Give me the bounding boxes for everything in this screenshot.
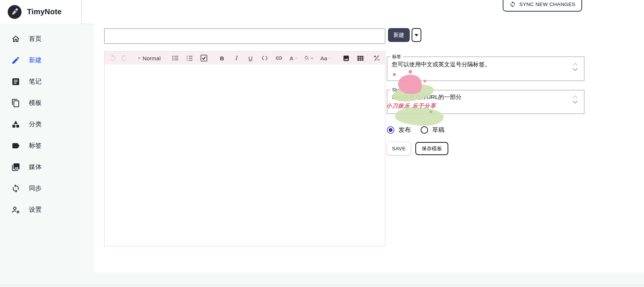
highlight-color-dropdown[interactable] — [303, 53, 315, 63]
undo-button[interactable] — [108, 53, 117, 63]
chevron-down-icon — [310, 57, 313, 60]
manage-accounts-icon — [11, 205, 20, 214]
editor-content-area[interactable] — [105, 64, 385, 246]
font-color-icon: A — [289, 55, 294, 61]
sidebar-item-label: 设置 — [29, 205, 42, 214]
redo-button[interactable] — [120, 53, 129, 63]
redo-icon — [121, 55, 127, 61]
sidebar-item-settings[interactable]: 设置 — [0, 199, 94, 220]
sync-icon — [11, 184, 20, 193]
sidebar-item-notes[interactable]: 笔记 — [0, 71, 94, 92]
paragraph-style-label: Normal — [142, 55, 160, 61]
sidebar-item-media[interactable]: 媒体 — [0, 156, 94, 178]
save-template-button[interactable]: 保存模板 — [415, 142, 448, 155]
ordered-list-button[interactable]: 123 — [185, 53, 194, 63]
chevron-down-icon — [295, 57, 297, 60]
tags-field-label: 标签 — [390, 54, 403, 60]
footer-strip — [0, 272, 644, 287]
ordered-list-icon: 123 — [186, 55, 193, 61]
radio-publish[interactable]: 发布 — [387, 126, 411, 134]
table-icon — [357, 55, 364, 61]
create-dropdown-button[interactable] — [412, 28, 421, 42]
task-list-button[interactable] — [199, 53, 208, 63]
radio-publish-label: 发布 — [398, 126, 411, 134]
tags-spinner-up-icon[interactable] — [572, 63, 578, 66]
code-icon — [262, 56, 268, 60]
sidebar-item-templates[interactable]: 模板 — [0, 92, 94, 114]
status-radio-group: 发布 草稿 — [387, 126, 445, 134]
caret-down-icon — [415, 34, 418, 36]
pencil-icon — [11, 56, 20, 65]
sidebar-item-label: 标签 — [29, 141, 42, 150]
sidebar-item-new[interactable]: 新建 — [0, 49, 94, 71]
bullet-list-icon — [172, 55, 179, 61]
highlight-fill-icon — [304, 55, 309, 61]
slug-field-placeholder: Slug将被用作URL的一部分 — [387, 93, 584, 101]
code-button[interactable] — [260, 53, 269, 63]
sidebar-item-label: 首页 — [29, 34, 42, 43]
tags-field-placeholder: 您可以使用中文或英文逗号分隔标签。 — [387, 60, 584, 68]
sidebar: 首页 新建 笔记 模板 分类 — [0, 24, 94, 272]
sidebar-item-label: 模板 — [29, 99, 42, 107]
article-icon — [11, 77, 20, 86]
photo-library-icon — [11, 163, 20, 172]
sidebar-item-sync[interactable]: 同步 — [0, 178, 94, 199]
app-root: TimyNote SYNC NEW CHANGES 首页 新建 — [0, 0, 644, 287]
sidebar-item-label: 新建 — [29, 56, 42, 64]
undo-icon — [109, 55, 116, 61]
rich-text-editor: Normal 123 B I U — [104, 51, 385, 246]
radio-selected-icon — [387, 126, 394, 134]
note-title-input[interactable] — [104, 28, 385, 44]
bold-icon: B — [220, 55, 224, 61]
sync-new-changes-button[interactable]: SYNC NEW CHANGES — [503, 0, 582, 12]
radio-draft-label: 草稿 — [432, 126, 445, 134]
font-size-icon: Aa — [321, 55, 327, 61]
footer-edge-line — [0, 285, 644, 287]
slug-spinner-up-icon[interactable] — [572, 95, 578, 99]
main-content: 新建 Normal — [94, 24, 644, 272]
bullet-list-button[interactable] — [171, 53, 180, 63]
sync-icon — [509, 1, 516, 7]
app-title: TimyNote — [27, 7, 61, 16]
task-list-icon — [201, 55, 207, 61]
radio-draft[interactable]: 草稿 — [421, 126, 445, 134]
italic-button[interactable]: I — [232, 53, 241, 63]
image-icon — [343, 55, 350, 62]
sidebar-item-label: 笔记 — [29, 77, 42, 86]
create-button[interactable]: 新建 — [388, 28, 410, 42]
italic-icon: I — [235, 55, 237, 61]
sidebar-item-tags[interactable]: 标签 — [0, 135, 94, 156]
tags-spinner-down-icon[interactable] — [572, 68, 578, 71]
link-button[interactable] — [274, 53, 283, 63]
slug-field[interactable]: Slug Slug将被用作URL的一部分 — [387, 87, 584, 114]
save-button[interactable]: SAVE — [387, 142, 411, 155]
paragraph-lines-icon — [138, 55, 140, 61]
category-icon — [11, 120, 20, 129]
plus-minus-button[interactable] — [372, 53, 381, 63]
sidebar-item-label: 同步 — [29, 184, 42, 193]
chevron-down-icon — [163, 57, 165, 60]
sidebar-item-label: 媒体 — [29, 163, 42, 171]
chevron-down-icon — [329, 57, 330, 60]
paragraph-style-dropdown[interactable]: Normal — [138, 53, 165, 63]
editor-toolbar: Normal 123 B I U — [105, 52, 385, 64]
top-bar: SYNC NEW CHANGES — [82, 0, 644, 24]
tags-field[interactable]: 标签 您可以使用中文或英文逗号分隔标签。 — [387, 54, 584, 81]
label-icon — [11, 141, 20, 150]
sidebar-item-label: 分类 — [29, 120, 42, 129]
sidebar-item-home[interactable]: 首页 — [0, 28, 94, 49]
font-color-dropdown[interactable]: A — [289, 53, 298, 63]
slug-spinner-down-icon[interactable] — [572, 100, 578, 104]
link-icon — [275, 54, 283, 62]
svg-text:3: 3 — [186, 59, 187, 61]
bold-button[interactable]: B — [217, 53, 226, 63]
font-size-dropdown[interactable]: Aa — [320, 53, 331, 63]
slug-field-label: Slug — [390, 87, 403, 93]
radio-unselected-icon — [421, 126, 428, 134]
sync-button-label: SYNC NEW CHANGES — [519, 1, 575, 7]
home-icon — [11, 34, 20, 43]
underline-button[interactable]: U — [246, 53, 255, 63]
sidebar-item-categories[interactable]: 分类 — [0, 114, 94, 135]
insert-table-button[interactable] — [356, 53, 365, 63]
insert-image-button[interactable] — [341, 53, 350, 63]
